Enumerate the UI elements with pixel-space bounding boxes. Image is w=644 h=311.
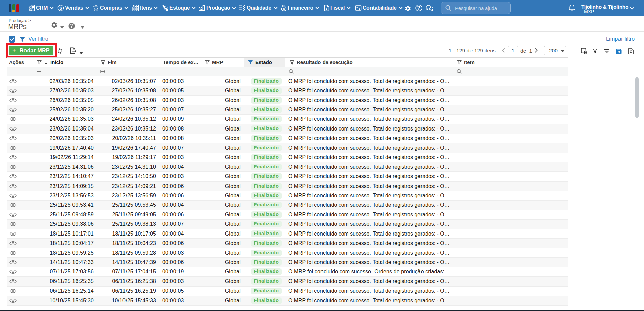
svg-text:$: $ — [283, 7, 285, 11]
svg-text:$: $ — [60, 6, 62, 11]
